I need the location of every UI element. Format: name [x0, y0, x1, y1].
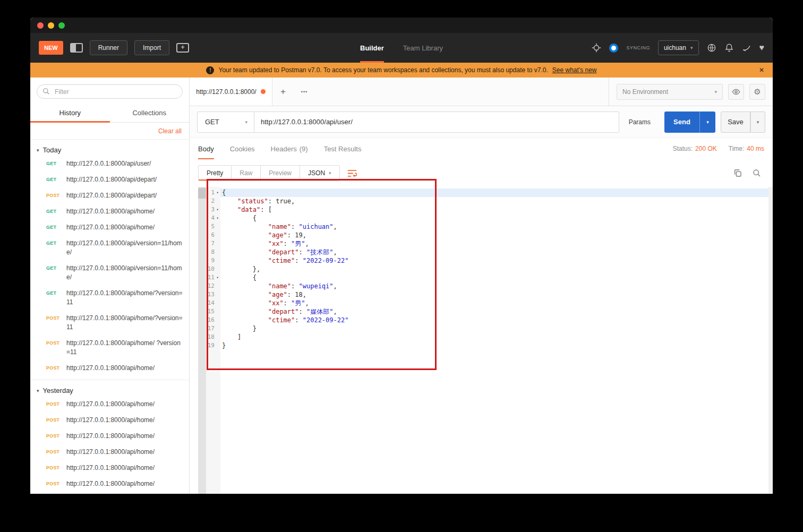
tab-test-results[interactable]: Test Results — [324, 138, 362, 159]
history-section-header[interactable]: ▾ Yesterday — [30, 385, 189, 400]
history-item[interactable]: GET http://127.0.0.1:8000/api/user/ — [30, 159, 189, 168]
history-item[interactable]: POST http://127.0.0.1:8000/api/home/ ?ve… — [30, 339, 189, 357]
save-button[interactable]: Save — [721, 111, 750, 133]
user-menu-button[interactable]: uichuan▾ — [658, 40, 699, 55]
gear-icon: ⚙ — [754, 87, 761, 97]
code-text: { — [220, 273, 768, 282]
history-item[interactable]: POST http://127.0.0.1:8000/api/home/ — [30, 364, 189, 373]
code-token: , — [303, 291, 306, 298]
zoom-window-button[interactable] — [58, 22, 65, 29]
tab-collections[interactable]: Collections — [110, 104, 190, 122]
history-item[interactable]: POST http://127.0.0.1:8000/api/home/ — [30, 479, 189, 488]
send-options-button[interactable]: ▾ — [699, 111, 715, 133]
copy-response-icon[interactable] — [733, 169, 742, 177]
environment-value: No Environment — [622, 88, 668, 96]
method-select[interactable]: GET ▾ — [197, 111, 254, 133]
code-token — [222, 282, 268, 290]
fold-arrow-icon[interactable]: ▾ — [215, 188, 220, 197]
history-item[interactable]: POST http://127.0.0.1:8000/api/home/?ver… — [30, 314, 189, 332]
code-token — [222, 299, 268, 307]
search-icon — [42, 88, 50, 95]
chevron-down-icon: ▾ — [245, 119, 247, 125]
url-input[interactable]: http://127.0.0.1:8000/api/user/ — [254, 111, 619, 133]
tab-team-library[interactable]: Team Library — [403, 33, 443, 63]
history-item[interactable]: GET http://127.0.0.1:8000/api/home/ — [30, 207, 189, 216]
see-whats-new-link[interactable]: See what's new — [552, 66, 597, 74]
view-pretty-button[interactable]: Pretty — [198, 165, 232, 181]
history-item[interactable]: GET http://127.0.0.1:8000/api/depart/ — [30, 175, 189, 184]
code-token: true — [276, 198, 291, 205]
notifications-bell-icon[interactable] — [724, 43, 734, 53]
tab-headers[interactable]: Headers (9) — [271, 138, 308, 159]
code-line: 15 ▾ "depart": "媒体部", — [190, 307, 768, 316]
interceptor-icon[interactable] — [707, 43, 716, 53]
tab-cookies[interactable]: Cookies — [230, 138, 255, 159]
code-line: 3 ▾ "data": [ — [190, 205, 768, 214]
runner-button[interactable]: Runner — [90, 40, 127, 55]
fold-arrow-icon[interactable]: ▾ — [215, 273, 220, 282]
request-tab[interactable]: http://127.0.0.1:8000/ — [190, 78, 272, 106]
tab-overflow-button[interactable]: ••• — [294, 78, 315, 106]
import-button[interactable]: Import — [134, 40, 169, 55]
code-line: 5 ▾ "name": "uichuan", — [190, 222, 768, 231]
history-item[interactable]: GET http://127.0.0.1:8000/api/home/ — [30, 223, 189, 232]
fold-arrow-icon[interactable]: ▾ — [215, 214, 220, 222]
tab-history[interactable]: History — [30, 104, 110, 122]
save-options-button[interactable]: ▾ — [750, 111, 765, 133]
history-item[interactable]: POST http://127.0.0.1:8000/api/home/ — [30, 448, 189, 457]
tab-body[interactable]: Body — [198, 138, 214, 159]
satellite-icon[interactable] — [742, 43, 751, 53]
banner-close-icon[interactable]: ✕ — [759, 66, 764, 74]
params-button[interactable]: Params — [619, 111, 660, 133]
history-url: http://127.0.0.1:8000/api/home/ — [66, 448, 184, 457]
history-section-header[interactable]: ▾ Today — [30, 144, 189, 159]
environment-select[interactable]: No Environment ▾ — [617, 84, 723, 100]
scrollbar-track[interactable] — [768, 187, 773, 494]
history-item[interactable]: POST http://127.0.0.1:8000/api/home/ — [30, 400, 189, 409]
environment-quicklook-button[interactable] — [728, 84, 744, 100]
word-wrap-icon[interactable] — [347, 169, 357, 177]
postman-window: NEW Runner Import + Builder Team Library… — [30, 18, 773, 494]
line-number: 12 — [208, 282, 215, 290]
line-number: 4 — [211, 214, 215, 222]
filter-input[interactable] — [37, 84, 183, 99]
method-badge: POST — [46, 479, 66, 486]
history-item[interactable]: GET http://127.0.0.1:8000/api/home/?vers… — [30, 289, 189, 307]
line-number: 16 — [208, 316, 215, 324]
fold-arrow-icon[interactable]: ▾ — [215, 205, 220, 214]
new-window-icon[interactable]: + — [176, 43, 189, 53]
code-line: 13 ▾ "age": 18, — [190, 290, 768, 299]
response-meta-row: Body Cookies Headers (9) Test Results St… — [190, 138, 773, 159]
history-item[interactable]: POST http://127.0.0.1:8000/api/depart/ — [30, 191, 189, 200]
code-token: , — [305, 240, 309, 247]
format-select[interactable]: JSON ▾ — [300, 165, 340, 181]
code-token: ] — [222, 333, 241, 341]
sidebar-toggle-icon[interactable] — [70, 43, 83, 53]
history-item[interactable]: POST http://127.0.0.1:8000/api/home/ — [30, 416, 189, 425]
heart-icon[interactable]: ♥ — [759, 43, 765, 53]
view-preview-button[interactable]: Preview — [261, 165, 300, 181]
new-tab-button[interactable]: + — [272, 78, 294, 106]
environment-settings-button[interactable]: ⚙ — [749, 84, 765, 100]
method-badge: POST — [46, 191, 66, 198]
send-button[interactable]: Send — [664, 111, 699, 133]
minimize-window-button[interactable] — [48, 22, 54, 29]
history-item[interactable]: POST http://127.0.0.1:8000/api/home/ — [30, 432, 189, 441]
tab-builder[interactable]: Builder — [360, 33, 384, 63]
capture-requests-icon[interactable] — [592, 43, 601, 53]
code-token: , — [334, 282, 337, 290]
request-tabs-row: http://127.0.0.1:8000/ + ••• No Environm… — [190, 78, 773, 106]
history-item[interactable]: GET http://127.0.0.1:8000/api/version=11… — [30, 239, 189, 257]
new-button[interactable]: NEW — [39, 41, 63, 55]
code-token: "depart" — [268, 308, 299, 315]
history-item[interactable]: GET http://127.0.0.1:8000/api/version=11… — [30, 264, 189, 282]
clear-all-link[interactable]: Clear all — [158, 127, 182, 135]
close-window-button[interactable] — [37, 22, 44, 29]
search-response-icon[interactable] — [753, 169, 761, 177]
view-raw-button[interactable]: Raw — [232, 165, 261, 181]
method-badge: POST — [46, 314, 66, 321]
history-item[interactable]: POST http://127.0.0.1:8000/api/home/ — [30, 464, 189, 473]
code-token: : — [291, 282, 298, 290]
code-lines: 1 ▾ { 2 ▾ "status": true, 3 ▾ "data": [ … — [190, 188, 768, 350]
sync-status-icon[interactable] — [609, 44, 618, 53]
